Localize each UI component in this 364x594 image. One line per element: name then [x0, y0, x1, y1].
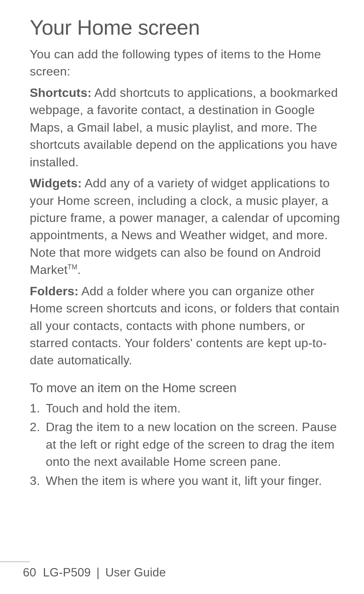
list-item: 3.When the item is where you want it, li… — [30, 472, 340, 489]
step-text: Touch and hold the item. — [46, 401, 180, 415]
footer-text: 60 LG-P509 | User Guide — [0, 566, 364, 580]
page-footer: 60 LG-P509 | User Guide — [0, 562, 364, 580]
text-widgets-after: . — [77, 263, 81, 277]
label-widgets: Widgets: — [30, 176, 82, 190]
step-number: 2. — [30, 419, 40, 436]
step-number: 1. — [30, 400, 40, 417]
item-folders: Folders: Add a folder where you can orga… — [30, 283, 340, 369]
trademark-symbol: TM — [68, 264, 77, 271]
intro-paragraph: You can add the following types of items… — [30, 46, 340, 80]
item-shortcuts: Shortcuts: Add shortcuts to applications… — [30, 84, 340, 171]
section-heading: To move an item on the Home screen — [30, 381, 340, 395]
list-item: 2.Drag the item to a new location on the… — [30, 419, 340, 470]
label-folders: Folders: — [30, 284, 79, 298]
list-item: 1. Touch and hold the item. — [30, 400, 340, 417]
step-text: Drag the item to a new location on the s… — [46, 420, 337, 468]
text-widgets-before: Add any of a variety of widget applicati… — [30, 176, 340, 277]
page-title: Your Home screen — [30, 15, 340, 40]
model-number: LG-P509 — [43, 566, 91, 579]
step-text: When the item is where you want it, lift… — [46, 474, 322, 488]
page-number: 60 — [23, 566, 36, 579]
item-widgets: Widgets: Add any of a variety of widget … — [30, 175, 340, 279]
steps-list: 1. Touch and hold the item. 2.Drag the i… — [30, 400, 340, 489]
label-shortcuts: Shortcuts: — [30, 86, 92, 100]
footer-separator: | — [97, 566, 100, 579]
step-number: 3. — [30, 472, 40, 489]
footer-rule — [0, 562, 30, 562]
doc-title: User Guide — [105, 566, 166, 579]
